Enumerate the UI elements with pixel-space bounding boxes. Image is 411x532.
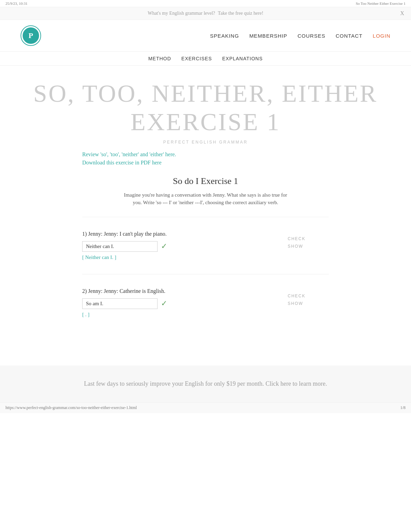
- promo-text: What's my English grammar level?: [148, 11, 215, 16]
- footer-url: https://www.perfect-english-grammar.com/…: [5, 405, 137, 410]
- question-2-block: 2) Jenny: Jenny: Catherine is English. ✓…: [82, 281, 329, 318]
- browser-datetime: 25/9/23, 10:31: [5, 1, 27, 5]
- question-1-left: 1) Jenny: Jenny: I can't play the piano.…: [82, 231, 288, 260]
- review-link[interactable]: Review 'so', 'too', 'neither' and 'eithe…: [82, 151, 329, 158]
- question-1-answer-shown: [ Neither can I. ]: [82, 255, 288, 260]
- site-header: P SPEAKING MEMBERSHIP COURSES CONTACT LO…: [0, 20, 411, 52]
- promo-banner-link[interactable]: Last few days to seriously improve your …: [84, 380, 327, 387]
- question-1-right: CHECK SHOW: [288, 231, 329, 249]
- question-1-block: 1) Jenny: Jenny: I can't play the piano.…: [82, 224, 329, 260]
- page-hero-title: SO, TOO, NEITHER, EITHER EXERCISE 1: [0, 66, 411, 140]
- question-2-check-button[interactable]: CHECK: [288, 294, 306, 298]
- subnav-exercises[interactable]: EXERCISES: [182, 56, 212, 61]
- question-2-prompt: Jenny: Catherine is English.: [104, 288, 165, 294]
- subnav-explanations[interactable]: EXPLANATIONS: [222, 56, 263, 61]
- promo-link[interactable]: Take the free quiz here!: [218, 11, 263, 16]
- exercise-title: So do I Exercise 1: [82, 176, 329, 186]
- footer-page-num: 1/8: [400, 405, 406, 410]
- nav-courses[interactable]: COURSES: [298, 33, 325, 39]
- question-1-input[interactable]: [82, 241, 158, 252]
- browser-title: So Too Neither Either Exercise 1: [356, 1, 406, 5]
- question-1-prompt: Jenny: I can't play the piano.: [104, 231, 166, 237]
- question-2-checkmark: ✓: [161, 299, 167, 308]
- promo-banner: Last few days to seriously improve your …: [0, 366, 411, 402]
- nav-login[interactable]: LOGIN: [373, 33, 390, 39]
- question-2-left: 2) Jenny: Jenny: Catherine is English. ✓…: [82, 288, 288, 318]
- question-1-checkmark: ✓: [161, 242, 167, 251]
- download-link[interactable]: Download this exercise in PDF here: [82, 160, 329, 166]
- question-1-check-button[interactable]: CHECK: [288, 236, 306, 241]
- exercise-description: Imagine you're having a conversation wit…: [82, 191, 329, 207]
- sub-navigation: METHOD EXERCISES EXPLANATIONS: [0, 52, 411, 66]
- nav-contact[interactable]: CONTACT: [336, 33, 362, 39]
- question-1-show-button[interactable]: SHOW: [288, 244, 303, 249]
- question-2-input[interactable]: [82, 298, 158, 309]
- site-logo[interactable]: P: [21, 25, 41, 46]
- question-2-input-row: ✓: [82, 298, 288, 309]
- divider-2: [82, 274, 329, 274]
- top-promo-bar: What's my English grammar level? Take th…: [0, 7, 411, 20]
- question-2-show-button[interactable]: SHOW: [288, 301, 303, 306]
- question-2-answer-shown: [ . ]: [82, 312, 288, 318]
- site-name-label: PERFECT ENGLISH GRAMMAR: [0, 140, 411, 145]
- close-button[interactable]: X: [400, 10, 404, 16]
- question-1-input-row: ✓: [82, 241, 288, 252]
- divider: [82, 217, 329, 217]
- logo-letter: P: [28, 31, 33, 40]
- subnav-method[interactable]: METHOD: [148, 56, 171, 61]
- question-1-text: 1) Jenny: Jenny: I can't play the piano.: [82, 231, 288, 237]
- nav-speaking[interactable]: SPEAKING: [210, 33, 239, 39]
- browser-bar: 25/9/23, 10:31 So Too Neither Either Exe…: [0, 0, 411, 7]
- title-line1: SO, TOO, NEITHER, EITHER: [7, 79, 404, 108]
- nav-membership[interactable]: MEMBERSHIP: [249, 33, 287, 39]
- question-2-text: 2) Jenny: Jenny: Catherine is English.: [82, 288, 288, 294]
- title-line2: EXERCISE 1: [7, 108, 404, 136]
- main-content: Review 'so', 'too', 'neither' and 'eithe…: [68, 151, 342, 345]
- footer-bar: https://www.perfect-english-grammar.com/…: [0, 402, 411, 413]
- main-navigation: SPEAKING MEMBERSHIP COURSES CONTACT LOGI…: [210, 33, 390, 39]
- question-2-right: CHECK SHOW: [288, 288, 329, 306]
